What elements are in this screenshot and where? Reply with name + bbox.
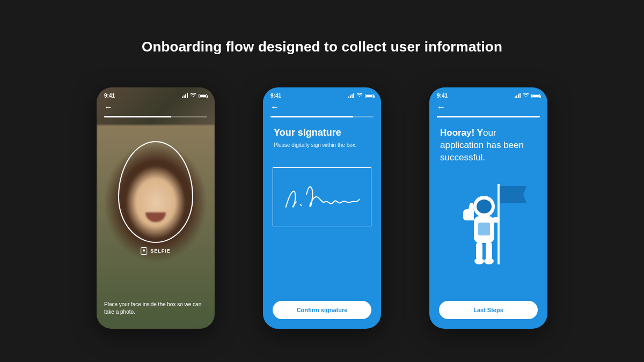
- progress-fill: [270, 116, 353, 117]
- status-time: 9:41: [270, 93, 281, 99]
- battery-icon: [365, 94, 374, 98]
- phone-selfie: 9:41 ← SELFIE Place your face inside the…: [97, 87, 215, 329]
- last-steps-button[interactable]: Last Steps: [439, 301, 538, 319]
- selfie-capture-area[interactable]: SELFIE Place your face inside the box so…: [97, 125, 215, 329]
- astronaut-icon: [448, 179, 529, 270]
- back-icon[interactable]: ←: [104, 103, 113, 112]
- id-card-icon: [141, 247, 147, 255]
- phone-row: 9:41 ← SELFIE Place your face inside the…: [0, 87, 644, 329]
- phone-signature: 9:41 ← Your signature Please digitally s…: [263, 87, 381, 329]
- progress-bar: [270, 116, 374, 117]
- wifi-icon: [356, 93, 363, 99]
- svg-rect-6: [486, 242, 492, 260]
- status-bar: 9:41: [97, 87, 215, 101]
- signal-icon: [182, 93, 188, 98]
- signal-icon: [348, 93, 354, 98]
- svg-point-8: [484, 258, 494, 264]
- signature-input-box[interactable]: [273, 167, 371, 226]
- page-title: Onboarding flow designed to collect user…: [0, 0, 644, 55]
- selfie-label: SELFIE: [150, 248, 171, 254]
- wifi-icon: [190, 93, 196, 99]
- signature-heading: Your signature: [263, 124, 381, 142]
- status-bar: 9:41: [263, 87, 381, 101]
- signature-stroke: [281, 176, 364, 217]
- svg-rect-2: [478, 223, 490, 235]
- astronaut-illustration: [429, 179, 547, 270]
- svg-point-7: [474, 258, 484, 264]
- battery-icon: [199, 94, 207, 98]
- svg-point-4: [477, 200, 492, 213]
- back-icon[interactable]: ←: [270, 103, 279, 112]
- phone-success: 9:41 ← Hooray! Your application has been…: [429, 87, 547, 329]
- selfie-instruction-text: Place your face inside the box so we can…: [104, 301, 207, 316]
- battery-icon: [531, 94, 540, 98]
- nav-row: ←: [97, 101, 215, 116]
- confirm-signature-button[interactable]: Confirm signature: [273, 301, 371, 319]
- status-time: 9:41: [104, 93, 115, 99]
- svg-rect-5: [476, 242, 482, 260]
- svg-rect-9: [492, 217, 500, 223]
- progress-fill: [104, 116, 171, 117]
- status-indicators: [182, 93, 207, 99]
- selfie-badge: SELFIE: [141, 247, 171, 255]
- status-indicators: [348, 93, 374, 99]
- signature-subtext: Please digitally sign within the box.: [263, 142, 381, 149]
- svg-rect-0: [497, 184, 500, 264]
- progress-bar: [104, 116, 207, 117]
- nav-row: ←: [263, 101, 381, 116]
